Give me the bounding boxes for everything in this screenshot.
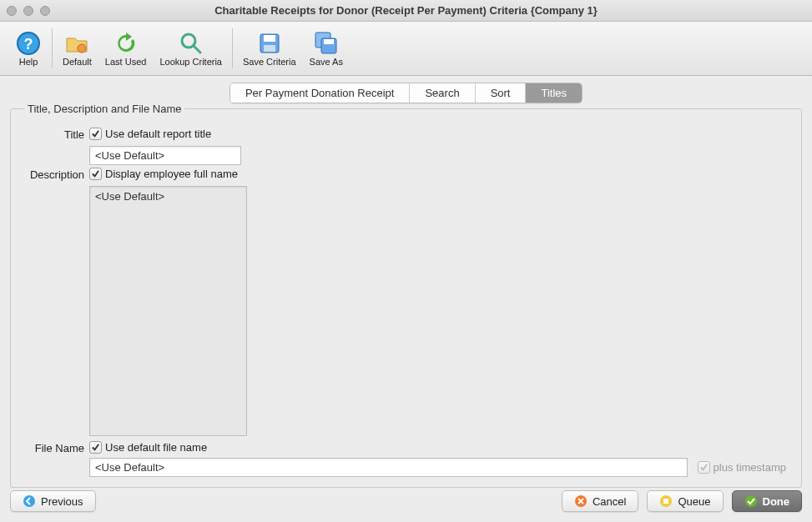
cancel-label: Cancel (593, 495, 626, 508)
lookup-criteria-button[interactable]: Lookup Criteria (153, 23, 229, 73)
svg-rect-10 (324, 39, 334, 44)
previous-button[interactable]: Previous (10, 490, 96, 512)
svg-text:?: ? (24, 36, 33, 53)
window-title: Charitable Receipts for Donor (Receipt P… (0, 4, 812, 17)
toolbar-separator (232, 28, 233, 68)
tab-sort[interactable]: Sort (476, 83, 527, 103)
tab-per-payment[interactable]: Per Payment Donation Receipt (230, 83, 410, 103)
cancel-icon (574, 494, 588, 508)
fieldset-legend: Title, Description and File Name (24, 103, 184, 115)
display-employee-name-label: Display employee full name (105, 168, 238, 180)
tab-search[interactable]: Search (410, 83, 475, 103)
plus-timestamp-checkbox: plus timestamp (693, 461, 791, 474)
use-default-file-name-checkbox[interactable]: Use default file name (89, 440, 207, 454)
checkbox-checked-icon (89, 128, 102, 140)
save-label: Save Criteria (243, 57, 296, 67)
description-label: Description (21, 167, 89, 181)
titlebar: Charitable Receipts for Donor (Receipt P… (0, 0, 812, 22)
help-button[interactable]: ? Help (8, 23, 48, 73)
use-default-title-label: Use default report title (105, 128, 211, 140)
done-button[interactable]: Done (732, 490, 803, 512)
folder-default-icon (63, 30, 90, 57)
file-name-input[interactable] (89, 458, 688, 477)
save-as-icon (313, 30, 340, 57)
title-input[interactable] (89, 146, 241, 165)
queue-button[interactable]: Queue (647, 490, 723, 512)
default-label: Default (63, 57, 92, 67)
refresh-icon (113, 30, 139, 57)
lookup-label: Lookup Criteria (159, 57, 222, 67)
svg-rect-14 (663, 499, 668, 504)
use-default-file-name-label: Use default file name (105, 441, 207, 454)
checkbox-checked-icon (698, 461, 710, 474)
last-used-label: Last Used (105, 57, 147, 67)
checkbox-checked-icon (89, 441, 102, 454)
search-icon (178, 30, 204, 57)
queue-label: Queue (678, 495, 710, 508)
save-icon (256, 30, 283, 57)
save-as-label: Save As (310, 57, 343, 67)
save-criteria-button[interactable]: Save Criteria (236, 23, 303, 73)
save-as-button[interactable]: Save As (303, 23, 350, 73)
description-textarea[interactable] (89, 186, 247, 436)
toolbar-separator (52, 28, 53, 68)
queue-icon (659, 494, 673, 508)
help-icon: ? (15, 30, 42, 57)
plus-timestamp-label: plus timestamp (714, 461, 786, 474)
svg-point-2 (78, 44, 86, 53)
tab-group: Per Payment Donation Receipt Search Sort… (229, 83, 583, 103)
svg-line-4 (194, 46, 200, 53)
footer: Previous Cancel Queue Done (10, 490, 802, 512)
checkbox-checked-icon (89, 168, 102, 180)
display-employee-name-checkbox[interactable]: Display employee full name (89, 167, 238, 180)
svg-point-15 (745, 495, 757, 507)
svg-rect-6 (264, 35, 275, 42)
title-description-fieldset: Title, Description and File Name Title U… (10, 108, 802, 488)
last-used-button[interactable]: Last Used (98, 23, 154, 73)
toolbar: ? Help Default Last Used Lookup Criteria… (0, 22, 812, 76)
use-default-title-checkbox[interactable]: Use default report title (89, 127, 211, 140)
svg-point-11 (23, 495, 35, 507)
done-label: Done (763, 495, 790, 508)
previous-label: Previous (41, 495, 83, 508)
file-name-label: File Name (21, 440, 89, 454)
help-label: Help (19, 57, 38, 67)
cancel-button[interactable]: Cancel (562, 490, 638, 512)
tab-titles[interactable]: Titles (526, 83, 582, 103)
svg-rect-7 (264, 45, 275, 52)
done-icon (744, 494, 758, 508)
default-button[interactable]: Default (56, 23, 98, 73)
arrow-left-icon (23, 494, 36, 508)
title-label: Title (21, 127, 89, 141)
